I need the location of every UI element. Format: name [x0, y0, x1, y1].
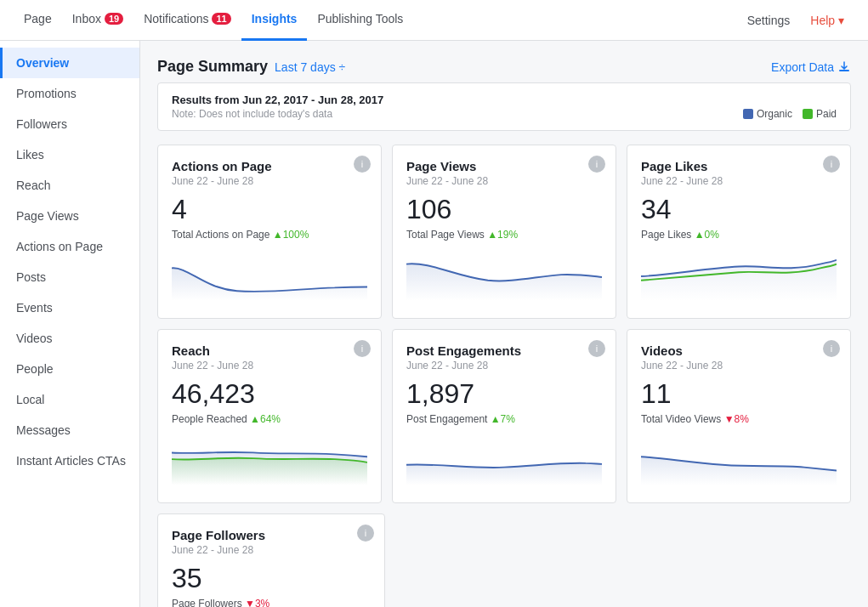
- card-value: 4: [172, 194, 367, 225]
- card-value: 1,897: [406, 378, 602, 410]
- main-content: Page Summary Last 7 days ÷ Export Data R…: [140, 41, 868, 607]
- card-info-icon[interactable]: i: [588, 340, 605, 357]
- nav-item-page[interactable]: Page: [14, 0, 62, 41]
- card-title: Page Views: [406, 159, 602, 173]
- card-info-icon[interactable]: i: [823, 340, 840, 357]
- sidebar-item-posts[interactable]: Posts: [0, 262, 139, 292]
- inbox-label: Inbox: [72, 12, 101, 26]
- notifications-badge: 11: [212, 13, 230, 25]
- card-title: Page Followers: [172, 528, 371, 542]
- nav-item-publishing-tools[interactable]: Publishing Tools: [307, 0, 413, 41]
- nav-help[interactable]: Help ▾: [800, 14, 854, 27]
- card-actions-on-page: i Actions on Page June 22 - June 28 4 To…: [157, 145, 382, 319]
- card-chart: [641, 251, 837, 302]
- card-date: June 22 - June 28: [172, 175, 367, 187]
- card-info-icon[interactable]: i: [354, 156, 371, 173]
- export-icon: [837, 60, 851, 74]
- card-title: Post Engagements: [406, 343, 602, 358]
- card-value: 11: [641, 378, 837, 410]
- card-chart: [641, 435, 837, 486]
- sidebar-item-promotions[interactable]: Promotions: [0, 78, 139, 109]
- card-label: Post Engagement ▲7%: [406, 413, 602, 425]
- card-label: People Reached ▲64%: [172, 413, 367, 425]
- svg-rect-0: [839, 70, 849, 71]
- sidebar-item-messages[interactable]: Messages: [0, 415, 139, 445]
- card-post-engagements: i Post Engagements June 22 - June 28 1,8…: [392, 329, 616, 503]
- card-reach: i Reach June 22 - June 28 46,423 People …: [157, 329, 382, 503]
- card-videos: i Videos June 22 - June 28 11 Total Vide…: [627, 329, 851, 503]
- card-info-icon[interactable]: i: [588, 156, 605, 173]
- card-chart: [172, 251, 367, 302]
- card-value: 35: [172, 563, 371, 594]
- card-date: June 22 - June 28: [406, 175, 602, 187]
- card-page-followers: i Page Followers June 22 - June 28 35 Pa…: [157, 513, 385, 607]
- period-selector[interactable]: Last 7 days ÷: [275, 60, 345, 74]
- legend-paid: Paid: [803, 108, 837, 120]
- sidebar-item-followers[interactable]: Followers: [0, 109, 139, 139]
- sidebar-item-local[interactable]: Local: [0, 384, 139, 415]
- sidebar-item-videos[interactable]: Videos: [0, 323, 139, 354]
- card-label: Total Actions on Page ▲100%: [172, 229, 367, 241]
- page-summary-title: Page Summary: [157, 58, 268, 76]
- card-label: Total Video Views ▼8%: [641, 413, 837, 425]
- nav-item-notifications[interactable]: Notifications 11: [133, 0, 241, 41]
- card-value: 46,423: [172, 378, 367, 410]
- export-data-button[interactable]: Export Data: [771, 60, 851, 74]
- card-date: June 22 - June 28: [406, 360, 602, 372]
- card-chart: [406, 251, 602, 302]
- sidebar-item-actions-on-page[interactable]: Actions on Page: [0, 231, 139, 262]
- card-date: June 22 - June 28: [172, 544, 371, 556]
- sidebar: Overview Promotions Followers Likes Reac…: [0, 41, 140, 607]
- card-value: 34: [641, 194, 837, 225]
- card-info-icon[interactable]: i: [357, 525, 374, 542]
- legend-organic: Organic: [743, 108, 792, 120]
- card-title: Page Likes: [641, 159, 837, 173]
- date-note: Note: Does not include today's data: [172, 108, 383, 120]
- notifications-label: Notifications: [144, 12, 208, 26]
- sidebar-item-instant-articles[interactable]: Instant Articles CTAs: [0, 445, 139, 476]
- card-chart: [172, 435, 367, 486]
- sidebar-item-reach[interactable]: Reach: [0, 170, 139, 201]
- card-title: Reach: [172, 343, 367, 358]
- nav-item-inbox[interactable]: Inbox 19: [62, 0, 134, 41]
- sidebar-item-likes[interactable]: Likes: [0, 139, 139, 170]
- nav-settings[interactable]: Settings: [737, 14, 801, 27]
- inbox-badge: 19: [105, 13, 123, 25]
- card-info-icon[interactable]: i: [823, 156, 840, 173]
- card-label: Page Likes ▲0%: [641, 229, 837, 241]
- card-value: 106: [406, 194, 602, 225]
- card-chart: [406, 435, 602, 486]
- sidebar-item-page-views[interactable]: Page Views: [0, 201, 139, 231]
- card-label: Total Page Views ▲19%: [406, 229, 602, 241]
- card-page-views: i Page Views June 22 - June 28 106 Total…: [392, 145, 616, 319]
- card-title: Actions on Page: [172, 159, 367, 173]
- card-info-icon[interactable]: i: [354, 340, 371, 357]
- card-date: June 22 - June 28: [172, 360, 367, 372]
- card-label: Page Followers ▼3%: [172, 598, 371, 607]
- top-nav: Page Inbox 19 Notifications 11 Insights …: [0, 0, 868, 41]
- card-date: June 22 - June 28: [641, 360, 837, 372]
- card-title: Videos: [641, 343, 837, 358]
- sidebar-item-events[interactable]: Events: [0, 292, 139, 323]
- date-range-text: Results from Jun 22, 2017 - Jun 28, 2017: [172, 94, 383, 106]
- card-date: June 22 - June 28: [641, 175, 837, 187]
- sidebar-item-people[interactable]: People: [0, 354, 139, 384]
- sidebar-item-overview[interactable]: Overview: [0, 48, 139, 78]
- nav-item-insights[interactable]: Insights: [241, 0, 308, 41]
- card-page-likes: i Page Likes June 22 - June 28 34 Page L…: [627, 145, 851, 319]
